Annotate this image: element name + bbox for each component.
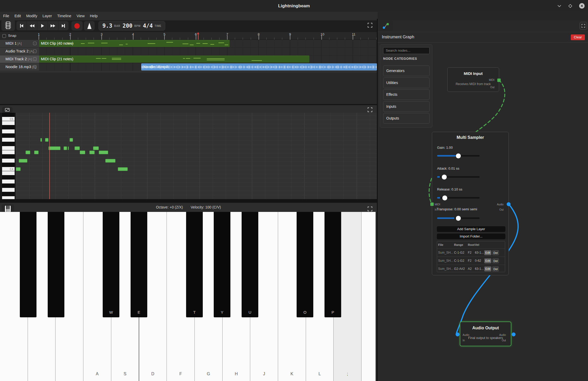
del-button[interactable]: Del bbox=[492, 258, 499, 263]
menu-timeline[interactable]: Timeline bbox=[54, 12, 74, 20]
menu-view[interactable]: View bbox=[74, 12, 87, 20]
graph-fullscreen-icon[interactable] bbox=[580, 22, 587, 30]
clear-button[interactable]: Clear bbox=[571, 34, 585, 40]
slider-handle[interactable] bbox=[442, 175, 447, 180]
category-inputs[interactable]: Inputs bbox=[383, 101, 430, 112]
bpm-value[interactable]: 200 bbox=[123, 23, 132, 29]
piano-roll-view-button[interactable] bbox=[2, 107, 13, 113]
track-checkbox[interactable]: - bbox=[33, 50, 36, 53]
category-effects[interactable]: Effects bbox=[383, 89, 430, 100]
search-input[interactable]: Search nodes... bbox=[383, 47, 430, 54]
midi-note[interactable] bbox=[48, 146, 60, 150]
menu-edit[interactable]: Edit bbox=[12, 12, 23, 20]
track-header[interactable]: MIDI Track 2[A]- bbox=[0, 55, 39, 63]
timeline-scrollbar[interactable] bbox=[0, 71, 377, 73]
midi-note[interactable] bbox=[80, 151, 85, 154]
piano-roll-white-key[interactable] bbox=[2, 171, 15, 175]
timesig-value[interactable]: 4/4 bbox=[143, 23, 153, 29]
menu-modify[interactable]: Modify bbox=[23, 12, 40, 20]
menu-layer[interactable]: Layer bbox=[40, 12, 54, 20]
menu-help[interactable]: Help bbox=[87, 12, 100, 20]
midi-input-out-port[interactable] bbox=[497, 79, 501, 82]
del-button[interactable]: Del bbox=[492, 266, 499, 271]
skip-start-button[interactable] bbox=[16, 21, 27, 30]
midi-note[interactable] bbox=[93, 146, 99, 150]
piano-roll-white-key[interactable] bbox=[2, 129, 15, 134]
black-key[interactable]: O bbox=[297, 212, 313, 317]
white-key[interactable] bbox=[362, 212, 376, 381]
film-button[interactable] bbox=[1, 20, 15, 31]
track-header[interactable]: MIDI 1[A]- bbox=[0, 40, 39, 47]
timeline-fullscreen-icon[interactable] bbox=[366, 21, 374, 29]
midi-note[interactable] bbox=[19, 159, 27, 163]
midi-note[interactable] bbox=[34, 151, 39, 154]
track-checkbox[interactable]: - bbox=[33, 57, 36, 61]
piano-roll-black-key[interactable] bbox=[2, 184, 15, 188]
bar-value[interactable]: 9.3 bbox=[102, 23, 112, 29]
add-sample-layer-button[interactable]: Add Sample Layer bbox=[437, 226, 505, 232]
track-checkbox[interactable]: - bbox=[33, 65, 36, 69]
piano-roll-white-key[interactable]: C4 bbox=[2, 167, 15, 171]
close-icon[interactable] bbox=[579, 3, 585, 9]
audio-output-in-port[interactable] bbox=[456, 332, 460, 336]
edit-button[interactable]: Edit bbox=[484, 266, 491, 271]
keyboard-fullscreen-icon[interactable] bbox=[366, 205, 374, 213]
track-header[interactable]: Audio Track 2[A]- bbox=[0, 47, 39, 55]
slider-handle[interactable] bbox=[456, 216, 461, 221]
black-key[interactable]: T bbox=[186, 212, 203, 317]
piano-roll-white-key[interactable]: C5 bbox=[2, 117, 15, 121]
piano-roll[interactable]: C5C4 bbox=[0, 113, 377, 199]
piano-roll-black-key[interactable] bbox=[2, 192, 15, 196]
piano-roll-white-key[interactable] bbox=[2, 188, 15, 192]
timeline-ruler[interactable]: Snap 1234567891011 bbox=[0, 32, 377, 40]
menu-file[interactable]: File bbox=[1, 12, 12, 20]
piano-roll-grid[interactable] bbox=[16, 113, 377, 199]
sampler-midi-in-port[interactable] bbox=[430, 203, 434, 206]
slider-2[interactable] bbox=[437, 197, 480, 199]
skip-end-button[interactable] bbox=[58, 21, 69, 30]
snap-checkbox[interactable] bbox=[2, 34, 6, 38]
maximize-icon[interactable] bbox=[568, 4, 573, 8]
midi-input-node[interactable]: MIDI Input Receives MIDI from track MIDI… bbox=[447, 67, 499, 92]
rewind-button[interactable] bbox=[27, 21, 37, 30]
black-key[interactable]: E bbox=[131, 212, 147, 317]
edit-button[interactable]: Edit bbox=[484, 250, 491, 255]
audio-output-out-port[interactable] bbox=[512, 332, 516, 336]
midi-note[interactable] bbox=[45, 138, 48, 142]
black-key[interactable] bbox=[48, 212, 64, 317]
midi-note[interactable] bbox=[70, 138, 73, 142]
midi-note[interactable] bbox=[118, 167, 128, 171]
piano-roll-black-key[interactable] bbox=[2, 163, 15, 167]
midi-note[interactable] bbox=[75, 146, 80, 150]
piano-roll-white-key[interactable] bbox=[2, 121, 15, 125]
midi-note[interactable] bbox=[16, 167, 21, 171]
piano-roll-white-key[interactable] bbox=[2, 159, 15, 163]
piano-roll-white-key[interactable] bbox=[2, 146, 15, 150]
track-lane-area[interactable]: MIDI Clip (40 notes)MIDI Clip (21 notes)… bbox=[39, 40, 377, 71]
piano-roll-white-key[interactable] bbox=[2, 138, 15, 142]
black-key[interactable]: W bbox=[103, 212, 119, 317]
midi-note[interactable] bbox=[89, 151, 95, 154]
piano-roll-playhead[interactable] bbox=[49, 113, 50, 199]
slider-1[interactable] bbox=[437, 176, 480, 178]
midi-note[interactable] bbox=[26, 151, 30, 154]
midi-note[interactable] bbox=[68, 146, 69, 150]
track-header[interactable]: Noodle 18.mp3[A]- bbox=[0, 63, 39, 71]
piano-roll-white-key[interactable] bbox=[2, 180, 15, 184]
import-folder-button[interactable]: Import Folder... bbox=[437, 234, 505, 239]
category-generators[interactable]: Generators bbox=[383, 66, 430, 76]
midi-note[interactable] bbox=[105, 159, 115, 163]
piano-roll-black-key[interactable] bbox=[2, 142, 15, 146]
del-button[interactable]: Del bbox=[492, 250, 499, 255]
slider-handle[interactable] bbox=[442, 195, 447, 200]
edit-button[interactable]: Edit bbox=[484, 258, 491, 263]
audio-output-node[interactable]: Audio Output Final output to speakers Au… bbox=[460, 322, 511, 346]
piano-roll-fullscreen-icon[interactable] bbox=[366, 106, 374, 114]
black-key[interactable]: U bbox=[242, 212, 258, 317]
piano-roll-black-key[interactable] bbox=[2, 154, 15, 159]
slider-0[interactable] bbox=[437, 155, 480, 157]
slider-3[interactable] bbox=[437, 217, 480, 219]
black-key[interactable]: Y bbox=[214, 212, 230, 317]
black-key[interactable]: P bbox=[324, 212, 341, 317]
piano-roll-black-key[interactable] bbox=[2, 113, 15, 117]
